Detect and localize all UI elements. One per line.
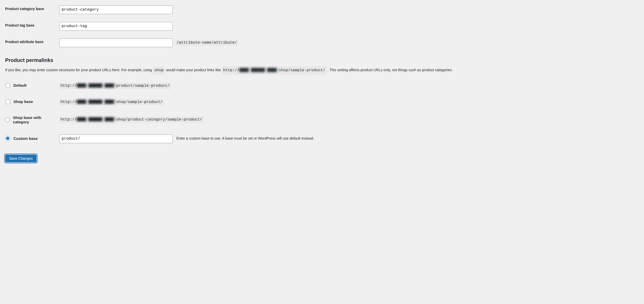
option-custom-radio[interactable] xyxy=(5,136,10,141)
product-attribute-base-label: Product attribute base xyxy=(5,40,44,44)
default-url-code: http://████ ██████ ████/product/sample-p… xyxy=(59,83,171,89)
option-shop-base-label[interactable]: Shop base xyxy=(5,99,33,104)
option-shop-base-cat-label[interactable]: Shop base with category xyxy=(5,115,54,124)
shop-base-url-code: http://████ ██████ ████/shop/sample-prod… xyxy=(59,99,164,105)
shop-example-code: shop xyxy=(153,66,165,75)
permalinks-description: If you like, you may enter custom struct… xyxy=(5,66,639,75)
base-fields-table: Product category base Product tag base P… xyxy=(5,2,639,51)
option-default-label[interactable]: Default xyxy=(5,83,27,88)
save-changes-button[interactable]: Save Changes xyxy=(5,155,37,162)
product-category-base-label: Product category base xyxy=(5,7,44,11)
attribute-suffix-code: /attribute-name/attribute/ xyxy=(175,40,238,46)
product-tag-base-input[interactable] xyxy=(59,22,173,31)
permalink-options-table: Default http://████ ██████ ████/product/… xyxy=(5,78,639,148)
option-default-radio[interactable] xyxy=(5,83,10,88)
product-attribute-base-input[interactable] xyxy=(59,38,173,47)
option-shop-base-cat-radio[interactable] xyxy=(5,117,10,122)
custom-base-input[interactable] xyxy=(59,134,173,143)
custom-base-description: Enter a custom base to use. A base must … xyxy=(176,136,314,140)
product-permalinks-heading: Product permalinks xyxy=(5,57,639,63)
shop-base-cat-url-code: http://████ ██████ ████/shop/product-cat… xyxy=(59,117,203,123)
option-custom-label[interactable]: Custom base xyxy=(5,136,38,141)
product-tag-base-label: Product tag base xyxy=(5,23,35,27)
product-category-base-input[interactable] xyxy=(59,5,173,14)
example-url-code: http://████ ██████ ████/shop/sample-prod… xyxy=(222,66,326,75)
option-shop-base-radio[interactable] xyxy=(5,99,10,104)
